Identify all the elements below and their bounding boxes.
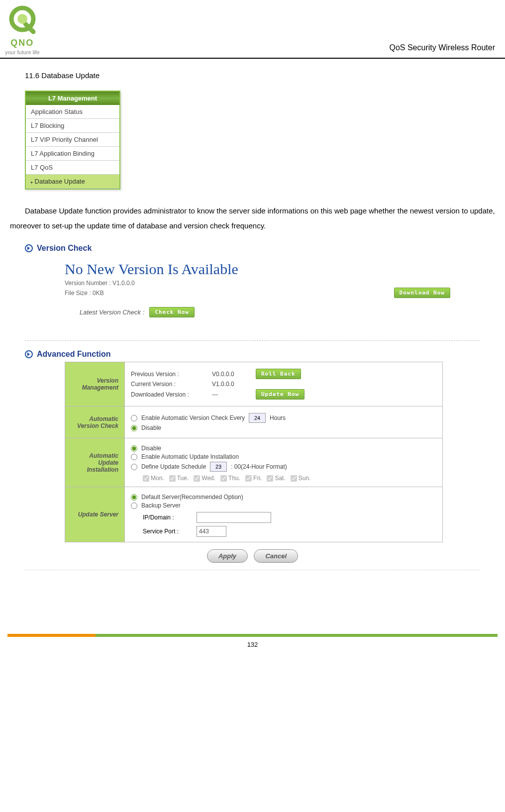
sidebar-item-db-update[interactable]: Database Update xyxy=(26,175,119,189)
sidebar-item-l7-qos[interactable]: L7 QoS xyxy=(26,161,119,175)
sidebar-item-l7-blocking[interactable]: L7 Blocking xyxy=(26,119,119,133)
downloaded-version-value: --- xyxy=(212,391,252,398)
sidebar-item-l7-binding[interactable]: L7 Application Binding xyxy=(26,147,119,161)
svg-point-1 xyxy=(17,14,27,24)
default-server-label: Default Server(Recommended Option) xyxy=(141,494,243,501)
auto-check-heading: Automatic Version Check xyxy=(65,406,125,438)
day-mon-checkbox[interactable] xyxy=(143,475,149,482)
enable-autoinstall-label: Enable Automatic Update Installation xyxy=(141,453,239,460)
bullet-icon xyxy=(25,350,33,358)
backup-server-radio[interactable] xyxy=(131,503,137,509)
enable-autoinstall-radio[interactable] xyxy=(131,454,137,460)
advanced-title: Advanced Function xyxy=(37,350,110,359)
advanced-table: Version Management Previous Version : V0… xyxy=(65,362,443,542)
sidebar-header: L7 Management xyxy=(26,92,119,105)
advanced-header: Advanced Function xyxy=(25,347,480,362)
day-sat-checkbox[interactable] xyxy=(267,475,273,482)
schedule-label-post: : 00(24-Hour Format) xyxy=(231,463,287,470)
schedule-hour-input[interactable] xyxy=(210,462,227,472)
version-mgmt-heading: Version Management xyxy=(65,362,125,406)
ip-domain-label: IP/Domain : xyxy=(143,514,193,521)
disable-autoinstall-label: Disable xyxy=(141,445,161,452)
update-server-heading: Update Server xyxy=(65,487,125,542)
doc-title: QoS Security Wireless Router xyxy=(389,43,495,55)
default-server-radio[interactable] xyxy=(131,494,137,501)
sidebar-menu: L7 Management Application Status L7 Bloc… xyxy=(25,91,120,190)
disable-autocheck-radio[interactable] xyxy=(131,425,137,431)
backup-server-label: Backup Server xyxy=(141,502,181,509)
brand-tagline: your future life xyxy=(5,49,40,55)
section-divider xyxy=(25,340,480,341)
enable-autocheck-radio[interactable] xyxy=(131,415,137,421)
bullet-icon xyxy=(25,244,33,252)
previous-version-value: V0.0.0.0 xyxy=(212,371,252,378)
auto-install-heading: Automatic Update Installation xyxy=(65,438,125,487)
cancel-button[interactable]: Cancel xyxy=(254,549,298,563)
version-check-title: Version Check xyxy=(37,244,92,253)
autocheck-hours-input[interactable] xyxy=(249,413,266,423)
days-row: Mon. Tue. Wed. Thu. Fri. Sat. Sun. xyxy=(143,475,436,482)
check-now-button[interactable]: Check Now xyxy=(149,307,195,317)
day-fri-checkbox[interactable] xyxy=(245,475,252,482)
service-port-input[interactable] xyxy=(197,526,226,537)
previous-version-label: Previous Version : xyxy=(131,371,208,378)
service-port-label: Service Port : xyxy=(143,528,193,535)
day-sun-checkbox[interactable] xyxy=(291,475,297,482)
schedule-radio[interactable] xyxy=(131,464,137,470)
enable-autocheck-label-pre: Enable Automatic Version Check Every xyxy=(141,414,245,421)
current-version-label: Current Version : xyxy=(131,381,208,388)
day-thu-checkbox[interactable] xyxy=(220,475,227,482)
section-heading: 11.6 Database Update xyxy=(25,71,495,80)
intro-paragraph: Database Update function provides admini… xyxy=(10,203,495,233)
version-number: Version Number : V1.0.0.0 xyxy=(65,280,450,287)
day-tue-checkbox[interactable] xyxy=(169,475,176,482)
page-number: 132 xyxy=(0,641,505,658)
ip-domain-input[interactable] xyxy=(197,512,271,523)
enable-autocheck-label-post: Hours xyxy=(270,414,286,421)
download-now-button[interactable]: Download Now xyxy=(394,288,450,298)
disable-autocheck-label: Disable xyxy=(141,424,161,431)
sidebar-item-l7-vip[interactable]: L7 VIP Priority Channel xyxy=(26,133,119,147)
brand-logo: QNO your future life xyxy=(5,5,40,55)
sidebar-item-app-status[interactable]: Application Status xyxy=(26,105,119,119)
apply-button[interactable]: Apply xyxy=(207,549,248,563)
day-wed-checkbox[interactable] xyxy=(194,475,200,482)
version-message: No New Version Is Available xyxy=(65,261,450,278)
update-now-button[interactable]: Update Now xyxy=(256,389,304,400)
current-version-value: V1.0.0.0 xyxy=(212,381,252,388)
downloaded-version-label: Downloaded Version : xyxy=(131,391,208,398)
schedule-label-pre: Define Update Schedule xyxy=(141,463,206,470)
disable-autoinstall-radio[interactable] xyxy=(131,445,137,452)
logo-icon xyxy=(6,5,38,37)
latest-check-label: Latest Version Check : xyxy=(80,308,144,316)
file-size: File Size : 0KB xyxy=(65,290,104,297)
footer-bar xyxy=(7,634,498,637)
version-check-header: Version Check xyxy=(25,241,480,256)
roll-back-button[interactable]: Roll Back xyxy=(256,369,301,379)
brand-name: QNO xyxy=(10,38,34,48)
